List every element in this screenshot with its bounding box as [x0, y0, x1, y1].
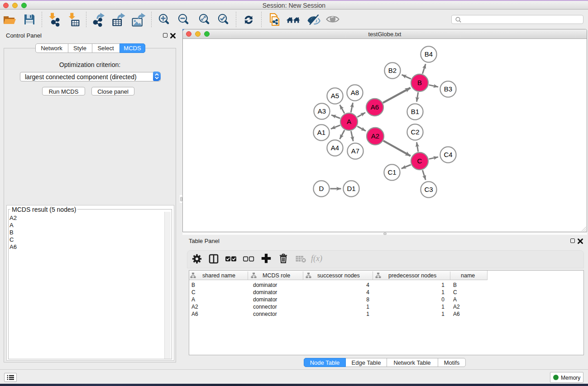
svg-text:A3: A3 [318, 107, 326, 115]
svg-text:A2: A2 [371, 132, 379, 140]
svg-text:B4: B4 [425, 50, 433, 58]
svg-text:A7: A7 [351, 147, 359, 155]
svg-text:C: C [417, 157, 422, 165]
svg-text:B1: B1 [411, 108, 419, 115]
svg-text:C4: C4 [444, 151, 452, 158]
svg-text:D: D [319, 185, 324, 192]
svg-text:A4: A4 [331, 144, 339, 152]
svg-text:A6: A6 [371, 103, 379, 111]
svg-text:D1: D1 [347, 185, 355, 192]
svg-text:A1: A1 [317, 129, 325, 136]
svg-text:C2: C2 [411, 128, 419, 136]
svg-text:A8: A8 [351, 89, 359, 96]
svg-text:B2: B2 [388, 67, 397, 74]
svg-text:B3: B3 [444, 85, 452, 93]
svg-text:C1: C1 [387, 168, 396, 176]
svg-text:B: B [417, 79, 422, 86]
svg-text:A: A [347, 118, 351, 125]
svg-text:A5: A5 [331, 92, 339, 100]
svg-text:C3: C3 [424, 186, 433, 193]
